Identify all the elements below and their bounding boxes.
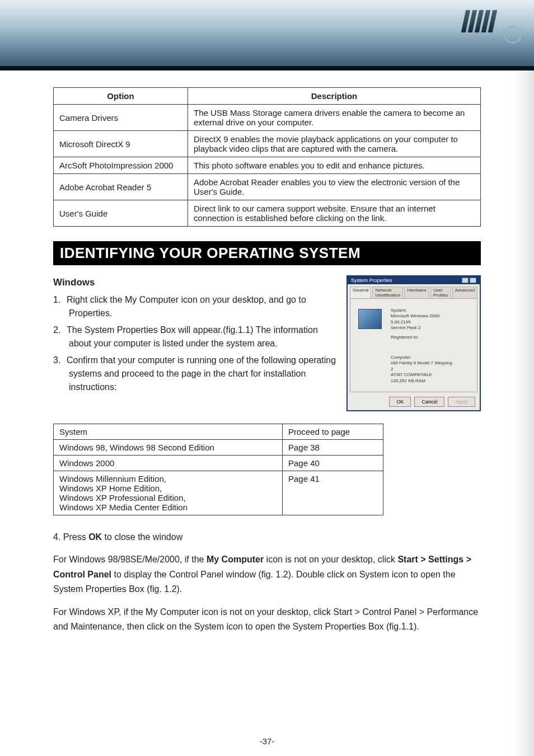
table-row: Adobe Acrobat Reader 5 Adobe Acrobat Rea… — [54, 174, 481, 200]
step4-suffix: to close the window — [102, 532, 182, 542]
list-item: 3.Confirm that your computer is running … — [53, 354, 336, 394]
ok-button[interactable]: OK — [389, 397, 411, 407]
para1-c: icon is not on your desktop, click — [264, 555, 397, 564]
banner-decor-ticks — [463, 10, 495, 32]
option-cell: Adobe Acrobat Reader 5 — [54, 174, 188, 200]
description-cell: This photo software enables you to edit … — [188, 157, 481, 174]
document-page: Option Description Camera Drivers The US… — [0, 0, 534, 756]
tab-general[interactable]: General — [350, 287, 371, 298]
paragraph-winxp: For Windows XP, if the My Computer icon … — [53, 605, 481, 635]
page-cell: Page 41 — [283, 471, 383, 515]
option-cell: ArcSoft PhotoImpression 2000 — [54, 157, 188, 174]
step-text: Confirm that your computer is running on… — [67, 355, 336, 392]
after-text: 4. Press OK to close the window For Wind… — [53, 530, 481, 634]
table-row: Windows 98, Windows 98 Second Edition Pa… — [54, 440, 383, 456]
registered-label: Registered to: — [391, 335, 472, 340]
banner-stripe — [0, 66, 534, 71]
body-row: Windows 1.Right click the My Computer ic… — [53, 275, 481, 411]
system-line: Service Pack 2 — [391, 325, 472, 331]
section-heading: IDENTIFYING YOUR OPERATING SYSTEM — [53, 241, 481, 265]
list-item: 2.The System Properties Box will appear.… — [53, 323, 336, 350]
description-cell: DirectX 9 enables the movie playback app… — [188, 131, 481, 157]
step-text: Right click the My Computer icon on your… — [67, 295, 306, 318]
tab-user-profiles[interactable]: User Profiles — [430, 287, 451, 298]
para1-a: For Windows 98/98SE/Me/2000, if the — [53, 555, 207, 564]
page-content: Option Description Camera Drivers The US… — [0, 71, 534, 653]
table-row: Microsoft DirectX 9 DirectX 9 enables th… — [54, 131, 481, 157]
step4-prefix: 4. Press — [53, 532, 88, 542]
body-text: Windows 1.Right click the My Computer ic… — [53, 275, 336, 397]
help-icon[interactable] — [462, 278, 469, 283]
tab-advanced[interactable]: Advanced — [452, 287, 478, 298]
page-banner — [0, 0, 534, 66]
page-number: -37- — [0, 736, 534, 746]
cancel-button[interactable]: Cancel — [414, 397, 444, 407]
computer-line: 130,352 KB RAM — [391, 378, 472, 384]
page-cell: Page 40 — [283, 456, 383, 471]
system-info: System: Microsoft Windows 2000 5.00.2195… — [391, 308, 472, 340]
option-cell: Microsoft DirectX 9 — [54, 131, 188, 157]
table-row: Windows 2000 Page 40 — [54, 456, 383, 471]
computer-line: 2 — [391, 367, 472, 372]
dialog-title: System Properties — [351, 278, 392, 283]
system-properties-dialog: System Properties General Network Identi… — [346, 275, 481, 411]
dialog-titlebar: System Properties — [348, 276, 480, 284]
table-row: Windows Millennium Edition, Windows XP H… — [54, 471, 383, 515]
system-header-page: Proceed to page — [283, 424, 383, 440]
step-number: 1. — [53, 293, 67, 307]
system-header-system: System — [54, 424, 283, 440]
windows-subheading: Windows — [53, 275, 336, 290]
description-cell: Adobe Acrobat Reader enables you to view… — [188, 174, 481, 200]
apply-button[interactable]: Apply — [448, 397, 475, 407]
window-buttons — [462, 278, 476, 283]
para1-b: My Computer — [207, 555, 264, 564]
options-table: Option Description Camera Drivers The US… — [53, 87, 481, 227]
options-header-description: Description — [188, 88, 481, 105]
system-cell: Windows Millennium Edition, Windows XP H… — [54, 471, 283, 515]
para1-e: to display the Control Panel window (fig… — [53, 570, 456, 594]
page-edge-shadow — [513, 71, 534, 756]
computer-info: Computer: x86 Family 6 Model 7 Stepping … — [391, 355, 472, 384]
step-text: The System Properties Box will appear.(f… — [67, 325, 318, 348]
system-cell: Windows 98, Windows 98 Second Edition — [54, 440, 283, 456]
dialog-pane: System: Microsoft Windows 2000 5.00.2195… — [350, 298, 477, 392]
close-icon[interactable] — [470, 278, 476, 283]
options-header-option: Option — [54, 88, 188, 105]
page-cell: Page 38 — [283, 440, 383, 456]
computer-line: AT/AT COMPATIBLE — [391, 372, 472, 378]
system-table: System Proceed to page Windows 98, Windo… — [53, 424, 383, 515]
dialog-button-row: OK Cancel Apply — [348, 395, 480, 410]
step-number: 3. — [53, 354, 67, 367]
step-number: 2. — [53, 323, 67, 337]
system-line: Microsoft Windows 2000 — [391, 313, 472, 319]
step-list: 1.Right click the My Computer icon on yo… — [53, 293, 336, 394]
step4-bold: OK — [88, 532, 102, 542]
table-row: ArcSoft PhotoImpression 2000 This photo … — [54, 157, 481, 174]
computer-icon — [358, 309, 382, 329]
computer-line: x86 Family 6 Model 7 Stepping — [391, 360, 472, 366]
option-cell: User's Guide — [54, 200, 188, 227]
system-cell: Windows 2000 — [54, 456, 283, 471]
step-4: 4. Press OK to close the window — [53, 530, 481, 544]
computer-label: Computer: — [391, 355, 472, 360]
description-cell: The USB Mass Storage camera drivers enab… — [188, 105, 481, 131]
paragraph-win9x: For Windows 98/98SE/Me/2000, if the My C… — [53, 552, 481, 597]
option-cell: Camera Drivers — [54, 105, 188, 131]
system-line: 5.00.2195 — [391, 320, 472, 325]
system-label: System: — [391, 308, 472, 313]
tab-network[interactable]: Network Identification — [372, 287, 403, 298]
table-row: User's Guide Direct link to our camera s… — [54, 200, 481, 227]
description-cell: Direct link to our camera support websit… — [188, 200, 481, 227]
list-item: 1.Right click the My Computer icon on yo… — [53, 293, 336, 320]
tab-hardware[interactable]: Hardware — [404, 287, 429, 298]
table-row: Camera Drivers The USB Mass Storage came… — [54, 105, 481, 131]
dialog-tabs: General Network Identification Hardware … — [348, 284, 480, 298]
